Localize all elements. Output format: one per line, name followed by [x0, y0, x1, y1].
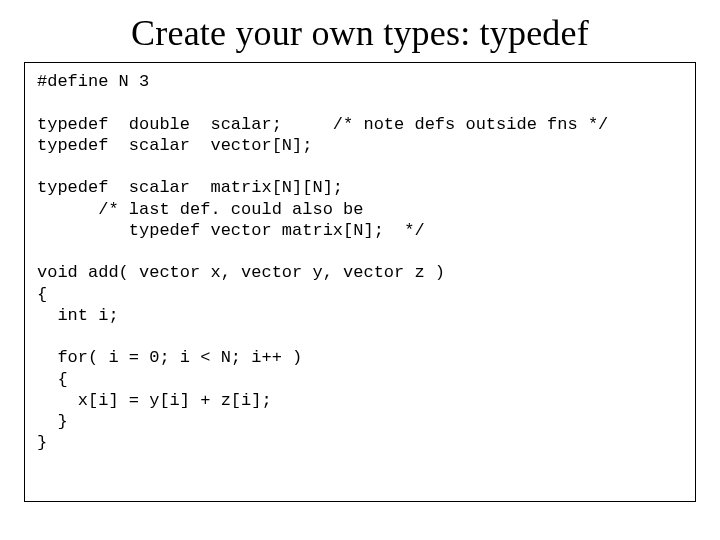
- code-box: #define N 3 typedef double scalar; /* no…: [24, 62, 696, 502]
- slide: Create your own types: typedef #define N…: [0, 0, 720, 540]
- code-content: #define N 3 typedef double scalar; /* no…: [37, 72, 608, 452]
- slide-title: Create your own types: typedef: [24, 12, 696, 56]
